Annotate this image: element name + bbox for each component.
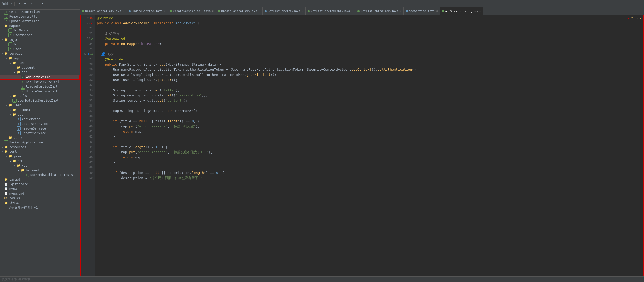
tree-node-test[interactable]: ▾📁test [0,149,80,154]
dropdown-arrow-icon[interactable]: ▾ [10,2,12,5]
tree-node-kob[interactable]: ▾📁kob [0,163,80,168]
tree-node-updateserviceimpl[interactable]: CUpdateServiceImpl [0,89,80,94]
tab-dot-icon [82,10,84,12]
tree-arrow-icon: ▸ [8,109,12,111]
tree-node-addserviceimpl[interactable]: CAddServiceImpl [0,75,80,80]
tab-addservice[interactable]: AddService.java × [404,7,440,15]
tree-node-user[interactable]: CUser [0,47,80,51]
tab-dot-icon [218,10,220,12]
tree-node-mvnw.cmd[interactable]: 📄mvnw.cmd [0,191,80,196]
line-num-text: 35 [89,98,93,103]
class-icon: C [8,47,12,51]
tree-node-removeserviceimpl[interactable]: CRemoveServiceImpl [0,84,80,89]
tab-close-icon[interactable]: × [400,10,401,12]
code-line-38 [97,114,641,119]
folder-icon: 📁 [12,159,17,163]
toolbar-list-icon[interactable]: ≡ [23,1,27,6]
tree-node-updateservice[interactable]: IUpdateService [0,131,80,135]
tree-node-getlistservice[interactable]: IGetListService [0,122,80,126]
tab-updateserviceimpl[interactable]: UpdateServiceImpl.java × [168,7,216,15]
tree-node-utils[interactable]: ▸📁utils [0,94,80,98]
line-num-text: 33 [89,88,93,93]
tree-node-外部库[interactable]: ▸📁外部库 [0,200,80,205]
line-num-text: 24 [89,41,93,46]
code-content[interactable]: @Servicepublic class AddServiceImpl impl… [95,15,643,276]
tree-node-resources[interactable]: ▸📁resources [0,145,80,149]
tree-node-user[interactable]: ▾📁user [0,103,80,108]
tree-node-backendapplication[interactable]: CBackendApplication [0,140,80,145]
tree-node-bot[interactable]: CBot [0,42,80,47]
tree-node-提交文件进行版本控制[interactable]: 提交文件进行版本控制 [0,205,80,210]
line-num-text: 27 [89,57,93,62]
line-num-text: 48 [89,165,93,170]
tree-node-com[interactable]: ▾📁com [0,159,80,163]
project-label: 项目 [2,1,8,6]
tab-close-icon[interactable]: × [436,10,438,12]
tab-updateservice[interactable]: UpdateService.java × [126,7,168,15]
line-number-21: 21 [83,26,93,31]
tab-close-icon[interactable]: × [302,10,303,12]
toolbar-minimize-icon[interactable]: — [35,1,39,6]
tree-node-account[interactable]: ▸📁account [0,108,80,112]
tree-node-mvnw[interactable]: 📄mvnw [0,187,80,191]
tab-close-icon[interactable]: × [212,10,214,12]
line-number-38: 38 [83,114,93,119]
tree-arrow-icon: ▾ [0,150,4,153]
tab-close-icon[interactable]: × [123,10,124,12]
tree-label: utils [18,94,27,98]
tree-node-usermapper[interactable]: CUserMapper [0,33,80,37]
tree-node-.gitignore[interactable]: 📄.gitignore [0,182,80,187]
tree-node-addservice[interactable]: IAddService [0,117,80,122]
tab-dot-icon [265,10,267,12]
tab-removecontroller[interactable]: RemoveController.java × [80,7,126,15]
tab-close-icon[interactable]: × [164,10,165,12]
toolbar-separator [14,2,15,6]
tree-node-pom.xml[interactable]: XMLpom.xml [0,196,80,200]
tree-node-botmapper[interactable]: CBotMapper [0,28,80,33]
tree-node-impl[interactable]: ▾📁impl [0,56,80,61]
tree-node-user[interactable]: ▾📁user [0,61,80,65]
tree-node-backendapplicationtests[interactable]: CBackendApplicationTests [0,173,80,177]
tab-close-icon[interactable]: × [479,10,481,13]
tab-getlistservice[interactable]: GetListService.java × [263,7,306,15]
folder-icon: 📁 [4,38,8,42]
toolbar-sync-icon[interactable]: ⇅ [17,1,21,6]
line-num-text: 29 [89,67,93,72]
tree-node-removeservice[interactable]: IRemoveService [0,126,80,131]
tree-node-utils[interactable]: ▸📁utils [0,135,80,140]
code-line-47: } [97,160,641,165]
tree-node-mapper[interactable]: ▾📁mapper [0,23,80,28]
tree-node-bot[interactable]: ▾📁bot [0,112,80,117]
tab-updatecontroller[interactable]: UpdateController.java × [216,7,263,15]
tab-close-icon[interactable]: × [352,10,353,12]
toolbar-gear-icon[interactable]: ⚙ [29,1,33,6]
tree-node-updatecontroller[interactable]: CUpdateController [0,19,80,23]
tab-addserviceimpl[interactable]: AddServiceImpl.java × [440,7,483,15]
project-sidebar: CGetListControllerCRemoveControllerCUpda… [0,7,80,276]
tree-arrow-icon: ▾ [4,104,8,107]
tree-node-pojo[interactable]: ▾📁pojo [0,37,80,42]
tree-node-service[interactable]: ▾📁service [0,51,80,56]
toolbar-close-icon[interactable]: × [41,1,45,6]
tree-node-java[interactable]: ▾📁java [0,154,80,159]
annotation: @Override [105,57,123,61]
gutter-bean-icon: 🫘 [90,15,93,21]
tree-node-removecontroller[interactable]: CRemoveController [0,14,80,19]
code-line-36 [97,103,641,108]
tree-node-getlistcontroller[interactable]: CGetListController [0,10,80,14]
tree-node-backend[interactable]: ▾📁backend [0,168,80,173]
tab-getlistcontroller[interactable]: GetListController.java × [355,7,404,15]
tree-label: User [13,47,21,51]
tree-node-account[interactable]: ▸📁account [0,65,80,70]
folder-icon: 📁 [21,168,25,172]
line-num-text: 26 [83,52,86,57]
tree-node-userdetailsserviceimpl[interactable]: CUserDetailsServiceImpl [0,98,80,103]
tree-node-bot[interactable]: ▾📁bot [0,70,80,75]
code-line-27: @Override [97,57,641,62]
line-number-41: 41 [83,129,93,134]
tab-close-icon[interactable]: × [259,10,260,12]
tab-getlistserviceimpl[interactable]: GetListServiceImpl.java × [306,7,355,15]
tree-node-target[interactable]: ▸📁target [0,177,80,182]
tree-node-getlistserviceimpl[interactable]: CGetListServiceImpl [0,80,80,84]
code-container[interactable]: 19🫘20▶212223@242526👤↑@272829303132333435… [81,15,643,276]
